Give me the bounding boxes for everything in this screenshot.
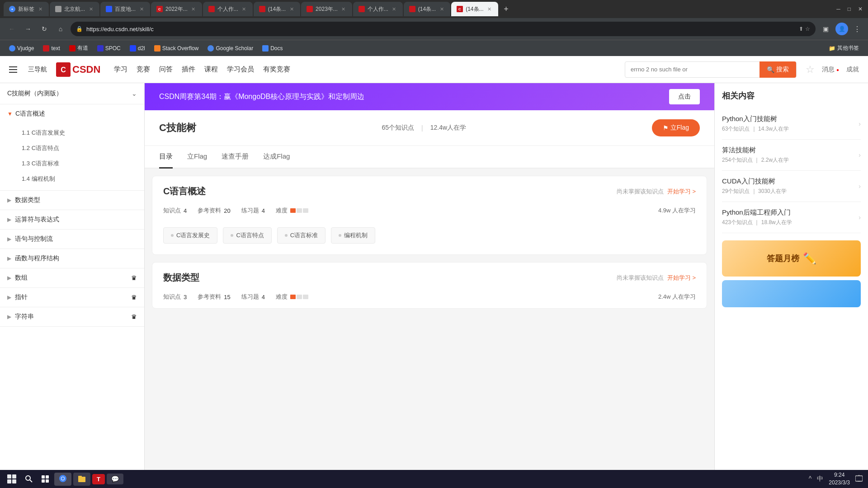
achievement-button[interactable]: 成就	[846, 66, 859, 74]
taskbar-clock[interactable]: 9:24 2023/3/3	[829, 471, 850, 487]
search-taskbar-button[interactable]	[22, 472, 36, 486]
tray-lang-icon[interactable]: 中	[815, 474, 825, 484]
task-view-button[interactable]	[38, 472, 52, 486]
sidebar-section-arrays[interactable]: ▶ 数组 ♛	[0, 268, 144, 288]
bookmark-spoc[interactable]: SPOC	[94, 43, 124, 53]
tab-1[interactable]: ✦ 新标签 ✕	[4, 2, 49, 16]
knowledge-tag-history[interactable]: C语言发展史	[163, 227, 217, 244]
star-icon[interactable]: ☆	[806, 64, 815, 75]
tab-close-1[interactable]: ✕	[37, 6, 43, 12]
nav-vip[interactable]: 学习会员	[227, 65, 254, 74]
refresh-button[interactable]: ↻	[38, 23, 51, 35]
start-button[interactable]	[4, 471, 20, 487]
share-icon[interactable]: ⬆	[799, 26, 803, 32]
search-input[interactable]	[631, 66, 760, 73]
tab-7[interactable]: 2023年... ✕	[301, 2, 352, 16]
sidebar-section-data-types[interactable]: ▶ 数据类型	[0, 191, 144, 210]
tab-catalogue[interactable]: 目录	[159, 146, 173, 169]
close-button[interactable]: ✕	[856, 4, 864, 14]
bookmark-youdao[interactable]: 有道	[66, 42, 92, 54]
tab-3[interactable]: 百度地... ✕	[100, 2, 150, 16]
notification-icon[interactable]	[854, 473, 864, 485]
knowledge-tag-mechanism[interactable]: 编程机制	[331, 227, 375, 244]
tab-9[interactable]: (14条... ✕	[404, 2, 450, 16]
sidebar-section-header-c-overview[interactable]: ▼ C语言概述	[0, 104, 144, 123]
related-item-algo[interactable]: 算法技能树 254个知识点 ｜ 2.2w人在学 ›	[722, 140, 861, 171]
tab-close-4[interactable]: ✕	[190, 6, 197, 12]
ad-banner-2[interactable]	[722, 280, 861, 307]
hamburger-menu[interactable]	[9, 66, 17, 73]
tab-close-7[interactable]: ✕	[340, 6, 347, 12]
nav-plugin[interactable]: 插件	[182, 65, 195, 74]
maximize-button[interactable]: □	[846, 4, 853, 14]
tab-close-2[interactable]: ✕	[88, 6, 94, 12]
sidebar-section-functions[interactable]: ▶ 函数与程序结构	[0, 249, 144, 268]
wechat-taskbar-app[interactable]: 💬	[107, 474, 123, 484]
search-button[interactable]: 🔍 搜索	[760, 61, 796, 78]
sidebar-section-strings[interactable]: ▶ 字符串 ♛	[0, 307, 144, 327]
tab-10[interactable]: C (14条... ✕	[451, 2, 498, 16]
knowledge-tag-features[interactable]: C语言特点	[223, 227, 271, 244]
bookmark-d2l[interactable]: d2l	[126, 43, 149, 53]
bookmark-stackoverflow[interactable]: Stack Overflow	[151, 43, 203, 53]
tab-close-8[interactable]: ✕	[391, 6, 397, 12]
tab-6[interactable]: (14条... ✕	[254, 2, 300, 16]
sidebar-item-c-mechanism[interactable]: 1.4 编程机制	[14, 171, 144, 187]
star-icon[interactable]: ☆	[805, 26, 810, 32]
tray-up-icon[interactable]: ^	[807, 474, 814, 484]
nav-award[interactable]: 有奖竞赛	[263, 65, 290, 74]
bookmark-text[interactable]: text	[39, 43, 63, 53]
sidebar-section-pointers[interactable]: ▶ 指针 ♛	[0, 288, 144, 307]
new-tab-button[interactable]: +	[499, 2, 514, 16]
banner-button[interactable]: 点击	[669, 89, 700, 104]
home-button[interactable]: ⌂	[54, 23, 67, 35]
tab-2[interactable]: 北京航... ✕	[50, 2, 99, 16]
sidebar-section-operators[interactable]: ▶ 运算符与表达式	[0, 210, 144, 230]
minimize-button[interactable]: ─	[835, 4, 842, 14]
url-bar[interactable]: 🔒 https://edu.csdn.net/skill/c ⬆ ☆	[71, 22, 816, 36]
related-item-python-intro[interactable]: Python入门技能树 63个知识点 ｜ 14.3w人在学 ›	[722, 108, 861, 140]
message-button[interactable]: 消息 ●	[822, 66, 839, 74]
nav-study[interactable]: 学习	[114, 65, 127, 74]
browser-menu-button[interactable]: ⋮	[852, 23, 863, 35]
bookmark-vjudge[interactable]: Vjudge	[5, 43, 38, 53]
sidebar-toggle-button[interactable]: ▣	[819, 23, 832, 35]
chrome-taskbar-app[interactable]	[54, 473, 71, 486]
tab-close-10[interactable]: ✕	[486, 6, 493, 12]
explorer-taskbar-app[interactable]	[73, 473, 90, 486]
tab-quick-ref[interactable]: 速查手册	[222, 146, 249, 169]
tab-close-9[interactable]: ✕	[439, 6, 445, 12]
knowledge-tag-standard[interactable]: C语言标准	[277, 227, 326, 244]
sidebar-item-c-standard[interactable]: 1.3 C语言标准	[14, 156, 144, 171]
tab-close-5[interactable]: ✕	[241, 6, 247, 12]
section-start-link-c-overview[interactable]: 开始学习 >	[667, 188, 696, 196]
text-taskbar-app[interactable]: T	[92, 474, 105, 484]
nav-course[interactable]: 课程	[204, 65, 218, 74]
tab-achieve-flag[interactable]: 达成Flag	[263, 146, 290, 169]
sidebar-section-control-flow[interactable]: ▶ 语句与控制流	[0, 230, 144, 249]
tab-8[interactable]: 个人作... ✕	[353, 2, 403, 16]
section-start-link-data-types[interactable]: 开始学习 >	[667, 274, 696, 282]
tab-5[interactable]: 个人作... ✕	[203, 2, 253, 16]
bookmark-docs[interactable]: Docs	[259, 43, 286, 53]
related-item-python-backend[interactable]: Python后端工程师入门 423个知识点 ｜ 18.8w人在学 ›	[722, 202, 861, 233]
forward-button[interactable]: →	[22, 23, 34, 35]
logo-area[interactable]: C CSDN	[56, 62, 100, 77]
nav-contest[interactable]: 竞赛	[137, 65, 150, 74]
promo-banner[interactable]: CSDN周赛第34期：赢《MongoDB核心原理与实践》和定制周边 点击	[145, 83, 714, 110]
tab-flag[interactable]: 立Flag	[187, 146, 207, 169]
back-button[interactable]: ←	[5, 23, 18, 35]
nav-qa[interactable]: 问答	[159, 65, 173, 74]
bookmark-others[interactable]: 📁 其他书签	[825, 42, 863, 54]
tab-close-6[interactable]: ✕	[288, 6, 295, 12]
related-item-cuda[interactable]: CUDA入门技能树 29个知识点 ｜ 3030人在学 ›	[722, 171, 861, 202]
tab-close-3[interactable]: ✕	[138, 6, 145, 12]
sidebar-item-c-features[interactable]: 1.2 C语言特点	[14, 141, 144, 156]
bookmark-googlescholar[interactable]: Google Scholar	[204, 43, 257, 53]
profile-button[interactable]: 👤	[835, 23, 848, 35]
ad-banner-monthly[interactable]: 答题月榜 ✏️	[722, 240, 861, 277]
flag-button[interactable]: ⚑ 立Flag	[652, 119, 700, 136]
sidebar-toggle[interactable]: ⌄	[132, 90, 137, 97]
tab-4[interactable]: C 2022年... ✕	[151, 2, 202, 16]
sidebar-item-c-history[interactable]: 1.1 C语言发展史	[14, 125, 144, 141]
